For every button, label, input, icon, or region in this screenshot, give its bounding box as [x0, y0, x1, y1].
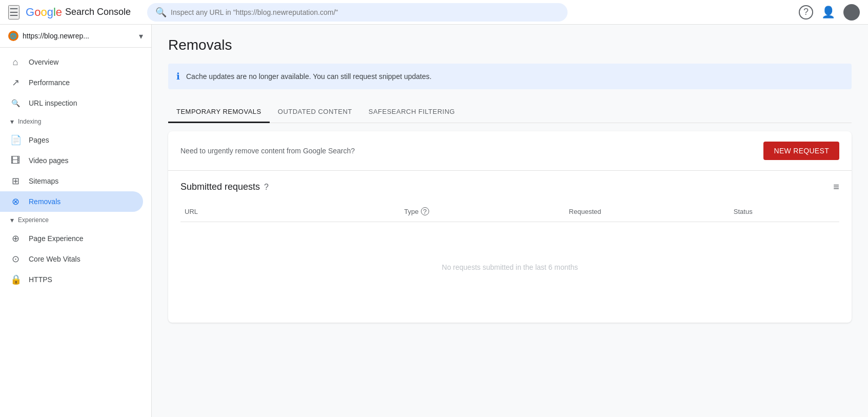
- chevron-down-icon: ▾: [139, 31, 143, 41]
- help-icon[interactable]: ?: [264, 183, 269, 192]
- sidebar-item-core-web-vitals[interactable]: ⊙ Core Web Vitals: [0, 249, 143, 269]
- empty-state: No requests submitted in the last 6 mont…: [180, 222, 839, 312]
- topbar-actions: ? 👤: [799, 4, 860, 21]
- help-icon-type[interactable]: ?: [421, 207, 429, 215]
- removals-icon: ⊗: [10, 196, 21, 207]
- sidebar-item-label: URL inspection: [29, 99, 77, 107]
- request-bar-text: Need to urgently remove content from Goo…: [180, 147, 355, 155]
- sidebar-item-label: Removals: [29, 197, 60, 206]
- page-title: Removals: [168, 37, 852, 53]
- sidebar-item-sitemaps[interactable]: ⊞ Sitemaps: [0, 171, 143, 191]
- video-icon: 🎞: [10, 155, 21, 166]
- submitted-title: Submitted requests ?: [180, 182, 269, 192]
- page-experience-icon: ⊕: [10, 233, 21, 244]
- submitted-section: Submitted requests ? ≡ URL Type ? Re: [168, 171, 852, 323]
- search-icon: 🔍: [155, 7, 167, 18]
- property-icon: 🌐: [8, 31, 18, 41]
- column-type: Type ?: [400, 205, 564, 217]
- performance-icon: ↗: [10, 77, 21, 88]
- experience-section-header[interactable]: ▾ Experience: [0, 212, 151, 228]
- sidebar-item-label: Performance: [29, 78, 70, 87]
- submitted-header: Submitted requests ? ≡: [180, 181, 839, 193]
- request-bar: Need to urgently remove content from Goo…: [168, 131, 852, 171]
- lock-icon: 🔒: [10, 274, 21, 285]
- search-icon: 🔍: [10, 99, 21, 107]
- account-icon[interactable]: 👤: [821, 6, 835, 19]
- url-search-bar[interactable]: 🔍: [147, 3, 568, 22]
- column-requested: Requested: [565, 205, 730, 217]
- tabs: TEMPORARY REMOVALS OUTDATED CONTENT SAFE…: [168, 102, 852, 123]
- help-icon[interactable]: ?: [799, 5, 813, 19]
- app-logo: Google Search Console: [26, 6, 131, 19]
- info-icon: ℹ: [176, 71, 180, 82]
- column-url: URL: [180, 205, 400, 217]
- sidebar-item-pages[interactable]: 📄 Pages: [0, 130, 143, 150]
- topbar: ☰ Google Search Console 🔍 ? 👤: [0, 0, 868, 25]
- tab-outdated-content[interactable]: OUTDATED CONTENT: [270, 102, 360, 123]
- tab-temporary-removals[interactable]: TEMPORARY REMOVALS: [168, 102, 270, 123]
- sidebar-item-label: Page Experience: [29, 234, 84, 243]
- property-url: https://blog.newrep...: [23, 32, 135, 40]
- indexing-section-header[interactable]: ▾ Indexing: [0, 113, 151, 130]
- sitemap-icon: ⊞: [10, 175, 21, 187]
- column-status: Status: [730, 205, 839, 217]
- main-content: Removals ℹ Cache updates are no longer a…: [152, 25, 868, 417]
- table-header: URL Type ? Requested Status: [180, 201, 839, 222]
- sidebar-item-url-inspection[interactable]: 🔍 URL inspection: [0, 93, 143, 113]
- sidebar-item-label: Video pages: [29, 156, 69, 165]
- sidebar-item-https[interactable]: 🔒 HTTPS: [0, 269, 143, 290]
- removals-card: Need to urgently remove content from Goo…: [168, 131, 852, 323]
- menu-icon[interactable]: ☰: [8, 5, 19, 19]
- section-label: Experience: [18, 216, 49, 224]
- new-request-button[interactable]: NEW REQUEST: [763, 142, 839, 160]
- sidebar-item-video-pages[interactable]: 🎞 Video pages: [0, 150, 143, 171]
- sidebar-item-overview[interactable]: ⌂ Overview: [0, 52, 143, 72]
- core-web-vitals-icon: ⊙: [10, 253, 21, 265]
- filter-icon[interactable]: ≡: [833, 181, 839, 193]
- url-search-input[interactable]: [171, 8, 559, 16]
- profile-icon[interactable]: [843, 4, 860, 21]
- app-title: Search Console: [65, 7, 131, 17]
- pages-icon: 📄: [10, 134, 21, 146]
- chevron-icon: ▾: [10, 216, 14, 224]
- sidebar-item-performance[interactable]: ↗ Performance: [0, 72, 143, 93]
- sidebar-item-removals[interactable]: ⊗ Removals: [0, 191, 143, 212]
- sidebar-nav: ⌂ Overview ↗ Performance 🔍 URL inspectio…: [0, 48, 151, 294]
- sidebar-item-label: Sitemaps: [29, 177, 58, 185]
- sidebar-item-label: HTTPS: [29, 275, 52, 284]
- layout: 🌐 https://blog.newrep... ▾ ⌂ Overview ↗ …: [0, 25, 868, 417]
- empty-state-text: No requests submitted in the last 6 mont…: [442, 263, 578, 271]
- sidebar: 🌐 https://blog.newrep... ▾ ⌂ Overview ↗ …: [0, 25, 152, 417]
- section-label: Indexing: [18, 118, 41, 125]
- sidebar-item-label: Pages: [29, 136, 49, 144]
- property-selector[interactable]: 🌐 https://blog.newrep... ▾: [0, 25, 151, 48]
- info-banner-text: Cache updates are no longer available. Y…: [186, 72, 432, 81]
- sidebar-item-label: Core Web Vitals: [29, 255, 80, 263]
- tab-safesearch-filtering[interactable]: SAFESEARCH FILTERING: [360, 102, 463, 123]
- chevron-icon: ▾: [10, 117, 14, 126]
- home-icon: ⌂: [10, 57, 21, 68]
- sidebar-item-label: Overview: [29, 58, 58, 66]
- sidebar-item-page-experience[interactable]: ⊕ Page Experience: [0, 228, 143, 249]
- info-banner: ℹ Cache updates are no longer available.…: [168, 64, 852, 89]
